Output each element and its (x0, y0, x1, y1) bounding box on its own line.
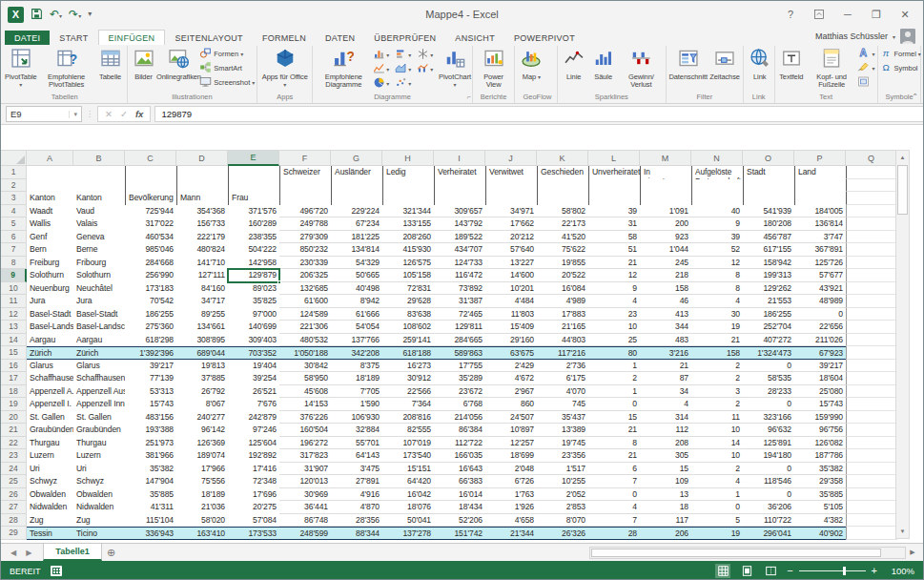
cell[interactable]: 317'022 (125, 218, 176, 231)
cell[interactable]: 2 (691, 372, 743, 385)
cell[interactable]: 745 (537, 398, 588, 411)
zoom-in-button[interactable]: + (872, 566, 877, 576)
cell[interactable]: 75'622 (537, 243, 588, 257)
cell[interactable] (846, 475, 897, 488)
cell[interactable]: Glarus (27, 360, 73, 373)
Symbol-button[interactable]: ΩSymbol (880, 62, 921, 74)
cell[interactable]: 39 (691, 231, 743, 244)
cell[interactable]: 96'632 (743, 424, 794, 437)
undo-button[interactable]: ↶▾ (50, 9, 62, 20)
cell[interactable]: 66'383 (434, 475, 485, 488)
row-header-20[interactable]: 20 (1, 411, 27, 425)
cell[interactable]: Solothurn (73, 269, 125, 282)
cell[interactable]: 222'179 (176, 231, 228, 244)
cell[interactable]: 305 (640, 449, 691, 463)
cell[interactable] (228, 179, 279, 193)
cell[interactable]: 87 (640, 372, 691, 385)
cell[interactable]: 24'507 (485, 411, 537, 425)
macro-record-icon[interactable] (51, 566, 62, 576)
cell[interactable]: 31 (588, 218, 640, 231)
cell[interactable]: 12 (588, 269, 640, 282)
cell[interactable]: Appenzell Innerrho. (73, 398, 125, 411)
cell[interactable]: 249'788 (279, 218, 331, 231)
cell[interactable]: 70'542 (125, 295, 176, 308)
datenschnitt-button[interactable]: Datenschnitt (668, 46, 708, 81)
cell[interactable]: 181'225 (331, 231, 382, 244)
cell[interactable]: 413 (640, 308, 691, 321)
cell[interactable] (794, 192, 846, 205)
cell[interactable]: 1 (588, 360, 640, 373)
cell[interactable]: 259'141 (382, 334, 434, 347)
cell[interactable]: 110'722 (743, 514, 794, 528)
cell[interactable]: 10 (691, 424, 743, 437)
cell[interactable] (846, 192, 897, 205)
row-header-24[interactable]: 24 (1, 463, 27, 476)
tab-einfügen[interactable]: EINFÜGEN (98, 30, 166, 45)
cell[interactable]: 39 (588, 205, 640, 218)
cell[interactable]: 2'853 (537, 501, 588, 514)
cell[interactable]: 7'364 (382, 398, 434, 411)
cell[interactable]: 5'105 (794, 501, 846, 514)
cell[interactable]: 173'533 (228, 527, 279, 540)
cell[interactable]: 12 (691, 257, 743, 270)
cell[interactable]: Schwyz (27, 475, 73, 488)
cell[interactable] (73, 179, 125, 193)
cell[interactable]: 105'158 (382, 269, 434, 282)
cell[interactable]: 15'151 (382, 463, 434, 476)
cell[interactable]: 0 (743, 360, 794, 373)
cell[interactable]: 434'707 (434, 243, 485, 257)
cell[interactable]: Aargau (73, 334, 125, 347)
cell[interactable]: Aargau (27, 334, 73, 347)
cell[interactable]: 238'355 (228, 231, 279, 244)
cell[interactable]: 58 (588, 231, 640, 244)
column-header-D[interactable]: D (176, 150, 228, 166)
cell[interactable]: 36'441 (279, 501, 331, 514)
cell[interactable]: 29'628 (382, 295, 434, 308)
row-header-22[interactable]: 22 (1, 437, 27, 450)
tab-seitenlayout[interactable]: SEITENLAYOUT (165, 31, 252, 45)
cell[interactable]: 199'313 (743, 269, 794, 282)
cell[interactable]: 77'139 (125, 372, 176, 385)
collapse-ribbon-icon[interactable]: ⌃ (912, 93, 918, 101)
cell[interactable]: 118'546 (743, 475, 794, 488)
cell[interactable]: 97'246 (228, 424, 279, 437)
cell[interactable]: Stadt (743, 166, 794, 179)
cell[interactable]: 284'668 (125, 257, 176, 270)
cell[interactable]: 9 (588, 282, 640, 296)
cell[interactable]: 8'070 (537, 514, 588, 528)
cell[interactable] (846, 385, 897, 399)
cell[interactable]: 127'111 (176, 269, 228, 282)
cell[interactable] (846, 269, 897, 282)
cell[interactable]: 200 (640, 218, 691, 231)
cell[interactable]: Kanton (27, 192, 73, 205)
cell[interactable]: 67'234 (331, 218, 382, 231)
map-button[interactable]: Map ▾ (517, 46, 545, 81)
column-header-A[interactable]: A (27, 150, 73, 166)
cell[interactable]: 252'704 (743, 321, 794, 334)
cell[interactable]: 192'892 (228, 449, 279, 463)
cell[interactable]: 0 (794, 308, 846, 321)
cell[interactable]: 336'943 (125, 527, 176, 540)
cell[interactable]: 541'939 (743, 205, 794, 218)
row-header-23[interactable]: 23 (1, 449, 27, 463)
cell[interactable]: 10 (588, 321, 640, 334)
cell[interactable]: 21'036 (176, 501, 228, 514)
cell[interactable]: Ausländer (331, 166, 382, 179)
cell[interactable] (846, 334, 897, 347)
Formen-button[interactable]: Formen▾ (199, 48, 255, 60)
tab-daten[interactable]: DATEN (316, 31, 364, 45)
cell[interactable]: Bevölkerung (125, 192, 176, 205)
cell[interactable]: 158 (691, 346, 743, 360)
cell[interactable]: 251'973 (125, 437, 176, 450)
cell[interactable] (485, 179, 537, 193)
cell[interactable]: 7'676 (228, 398, 279, 411)
cell[interactable]: 53'313 (125, 385, 176, 399)
cell[interactable]: 21'553 (743, 295, 794, 308)
cell[interactable]: 156'733 (176, 218, 228, 231)
cell[interactable]: 1'926 (485, 501, 537, 514)
cell[interactable]: 194'180 (743, 449, 794, 463)
cell[interactable] (228, 166, 279, 179)
cell[interactable]: 20'275 (228, 501, 279, 514)
zoom-level[interactable]: 100% (886, 566, 914, 576)
cell[interactable]: 229'224 (331, 205, 382, 218)
